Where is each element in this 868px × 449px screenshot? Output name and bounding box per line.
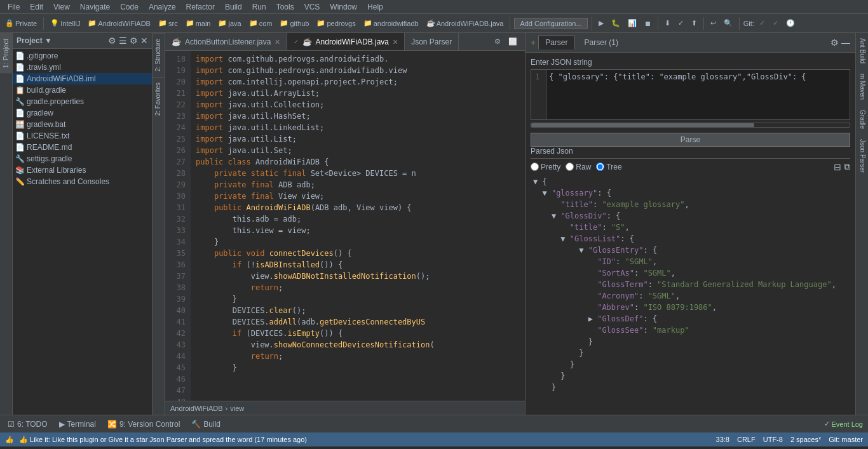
jp-tree-content[interactable]: ▼ { ▼ "glossary": { "title": "example gl…	[531, 176, 850, 410]
tree-item-gradlew-bat[interactable]: 🪟 gradlew.bat	[13, 119, 152, 130]
menu-file[interactable]: File	[3, 1, 25, 13]
jp-radio-raw[interactable]: Raw	[566, 163, 591, 171]
tree-item-readme[interactable]: 📄 README.md	[13, 142, 152, 153]
editor-tab-androidwifiadb[interactable]: ✓ ☕ AndroidWiFiADB.java ×	[287, 33, 405, 51]
menu-tools[interactable]: Tools	[271, 1, 299, 13]
bottom-tab-terminal[interactable]: ▶ Terminal	[54, 417, 101, 432]
add-configuration-button[interactable]: Add Configuration...	[514, 18, 587, 29]
panel-settings-button[interactable]: ⚙	[108, 36, 116, 46]
tree-item-gradle-props[interactable]: 🔧 gradle.properties	[13, 96, 152, 107]
code-line-27: import java.util.Set;	[196, 145, 520, 156]
sidebar-tab-favorites[interactable]: 2: Favorites	[153, 77, 165, 121]
toolbar-java[interactable]: 📁 java	[215, 18, 243, 29]
bottom-tab-build[interactable]: 🔨 Build	[186, 417, 226, 432]
menu-help[interactable]: Help	[362, 1, 388, 13]
toolbar-com[interactable]: 📁 com	[247, 18, 275, 29]
right-tab-gradle[interactable]: Gradle	[856, 105, 868, 134]
menu-edit[interactable]: Edit	[25, 1, 48, 13]
tab-close-androidwifiadb[interactable]: ×	[393, 37, 398, 47]
toolbar-project[interactable]: 📁 AndroidWiFiADB	[85, 18, 153, 29]
debug-button[interactable]: 🐛	[609, 18, 623, 29]
menu-view[interactable]: View	[48, 1, 75, 13]
menu-refactor[interactable]: Refactor	[181, 1, 220, 13]
code-content[interactable]: import com.github.pedrovgs.androidwifiad…	[191, 51, 525, 401]
jp-settings-button[interactable]: ⚙	[831, 37, 839, 48]
editor-area: ☕ ActionButtonListener.java × ✓ ☕ Androi…	[165, 33, 525, 415]
stop-button[interactable]: ⏹	[642, 18, 654, 29]
tree-item-travis[interactable]: 📄 .travis.yml	[13, 62, 152, 73]
tree-item-gitignore[interactable]: 📄 .gitignore	[13, 50, 152, 62]
toolbar-file[interactable]: ☕ AndroidWiFiADB.java	[424, 18, 506, 29]
bottom-tab-todo[interactable]: ☑ 6: TODO	[3, 417, 53, 432]
editor-settings-button[interactable]: ⚙	[492, 36, 503, 47]
panel-close-button[interactable]: ✕	[140, 36, 148, 46]
sidebar-tab-structure[interactable]: 2: Structure	[153, 33, 165, 77]
menu-build[interactable]: Build	[220, 1, 247, 13]
coverage-button[interactable]: 📊	[625, 18, 639, 29]
jp-format-button[interactable]: ⊟	[834, 161, 841, 172]
toolbar-src[interactable]: 📁 src	[156, 18, 180, 29]
jp-tab-parser[interactable]: Parser	[538, 36, 574, 50]
menu-window[interactable]: Window	[325, 1, 362, 13]
tree-item-external-libs[interactable]: 📚 External Libraries	[13, 164, 152, 176]
java-file-icon: ☕	[426, 19, 435, 27]
toolbar-pedrovgs[interactable]: 📁 pedrovgs	[314, 18, 358, 29]
menu-code[interactable]: Code	[115, 1, 144, 13]
undo-button[interactable]: ↩	[708, 18, 719, 29]
vcs-push-button[interactable]: ⬆	[689, 18, 700, 29]
tab-close-actionbuttonlistener[interactable]: ×	[275, 37, 280, 47]
tree-item-settigs-gradle[interactable]: 🔧 settigs.gradle	[13, 153, 152, 164]
bottom-event-log-button[interactable]: ✓ Event Log	[822, 419, 865, 429]
toolbar-main[interactable]: 📁 main	[183, 18, 214, 29]
jp-close-button[interactable]: —	[841, 37, 850, 48]
tree-item-gradlew[interactable]: 📄 gradlew	[13, 107, 152, 119]
search-everywhere-button[interactable]: 🔍	[721, 18, 735, 29]
editor-tab-jsonparser[interactable]: Json Parser	[405, 33, 459, 51]
menu-run[interactable]: Run	[247, 1, 271, 13]
vcs-update-button[interactable]: ⬇	[662, 18, 673, 29]
git-tick-button[interactable]: ✓	[770, 18, 781, 29]
toolbar-github[interactable]: 📁 github	[277, 18, 311, 29]
jp-tree-line-19: }	[531, 382, 850, 393]
jp-input-textarea[interactable]: { "glossary": {"title": "example glossar…	[546, 70, 850, 119]
jp-radio-pretty[interactable]: Pretty	[531, 163, 560, 171]
panel-expand-button[interactable]: ☰	[119, 36, 127, 46]
todo-icon: ☑	[8, 420, 15, 429]
right-tab-jsonparser[interactable]: Json Parser	[856, 134, 868, 178]
toolbar-intellij[interactable]: 💡 IntelliJ	[48, 18, 83, 29]
git-check-button[interactable]: ✓	[757, 18, 768, 29]
jp-radio-raw-input[interactable]	[566, 163, 574, 171]
tree-item-scratches[interactable]: ✏️ Scratches and Consoles	[13, 176, 152, 187]
tree-item-license[interactable]: 📄 LICENSE.txt	[13, 130, 152, 142]
toolbar-androidwifiadb[interactable]: 📁 androidwifiadb	[361, 18, 421, 29]
menu-navigate[interactable]: Navigate	[75, 1, 115, 13]
jp-radio-tree-input[interactable]	[596, 163, 604, 171]
toolbar-private[interactable]: 🔒 Private	[3, 18, 39, 29]
tree-item-build-gradle[interactable]: 📋 build.gradle	[13, 84, 152, 96]
status-indent[interactable]: 2 spaces*	[790, 436, 821, 443]
editor-split-button[interactable]: ⬜	[506, 36, 520, 47]
jp-tree-line-15: }	[531, 336, 850, 347]
jp-copy-button[interactable]: ⧉	[844, 161, 850, 172]
git-clock-button[interactable]: 🕐	[783, 18, 797, 29]
jp-radio-tree[interactable]: Tree	[596, 163, 621, 171]
right-tab-ant[interactable]: Ant Build	[856, 33, 868, 69]
status-encoding[interactable]: UTF-8	[763, 436, 783, 443]
menu-vcs[interactable]: VCS	[299, 1, 325, 13]
panel-gear-button[interactable]: ⚙	[130, 36, 138, 46]
code-line-32: private final ADB adb;	[196, 179, 520, 191]
status-line-ending[interactable]: CRLF	[737, 436, 756, 443]
jp-parse-button[interactable]: Parse	[531, 133, 850, 147]
right-tab-maven[interactable]: m Maven	[856, 69, 868, 105]
vcs-commit-button[interactable]: ✓	[675, 18, 686, 29]
status-position[interactable]: 33:8	[716, 436, 729, 443]
run-button[interactable]: ▶	[596, 18, 606, 29]
jp-radio-pretty-input[interactable]	[531, 163, 539, 171]
menu-analyze[interactable]: Analyze	[144, 1, 181, 13]
bottom-tab-vcs[interactable]: 🔀 9: Version Control	[102, 417, 185, 432]
jp-tree-line-12: "Abbrev": "ISO 8879:1986",	[531, 302, 850, 313]
jp-tab-parser1[interactable]: Parser (1)	[578, 36, 625, 50]
tree-item-iml[interactable]: 📄 AndroidWiFiADB.iml	[13, 73, 152, 84]
sidebar-tab-project[interactable]: 1: Project	[0, 33, 12, 73]
editor-tab-actionbuttonlistener[interactable]: ☕ ActionButtonListener.java ×	[165, 33, 287, 51]
